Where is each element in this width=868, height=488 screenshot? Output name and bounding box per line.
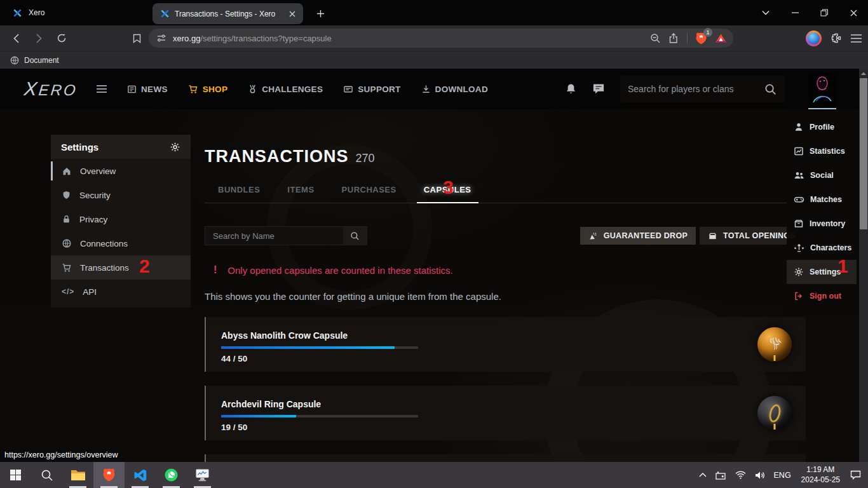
capsule-search-input[interactable] (205, 227, 343, 245)
shield-icon (62, 190, 71, 200)
brave-shield-icon[interactable]: 1 (695, 32, 707, 45)
touch-keyboard-icon[interactable] (711, 462, 731, 488)
site-settings-icon[interactable] (156, 33, 166, 43)
search-icon[interactable] (764, 83, 776, 95)
taskbar-file-explorer[interactable] (62, 462, 93, 488)
volume-icon[interactable] (750, 462, 770, 488)
tab-bundles[interactable]: BUNDLES (218, 185, 260, 194)
menu-item-inventory[interactable]: Inventory (787, 212, 857, 236)
extensions-icon[interactable] (831, 32, 842, 44)
openings-icon (708, 231, 717, 241)
window-close-button[interactable] (839, 0, 868, 25)
link-preview-status: https://xero.gg/settings/overview (0, 449, 124, 462)
sidebar-item-api[interactable]: </> API (51, 280, 191, 304)
window-restore-button[interactable] (810, 0, 839, 25)
menu-item-statistics[interactable]: Statistics (787, 139, 857, 163)
nav-item-download[interactable]: DOWNLOAD (421, 85, 488, 94)
main-nav: NEWS SHOP CHALLENGES SUPPORT DOWNLOAD (127, 84, 488, 94)
search-icon (41, 469, 53, 482)
capsule-progress-bar (221, 346, 418, 349)
forward-button[interactable] (29, 29, 48, 48)
sidebar-item-transactions[interactable]: Transactions (51, 255, 191, 280)
share-icon[interactable] (668, 33, 679, 44)
guaranteed-drop-toggle[interactable]: GUARANTEED DROP (580, 227, 696, 245)
player-search[interactable] (620, 76, 784, 102)
capsule-card[interactable]: Abyss Nanolith Crow Capsule 44 / 50 (205, 317, 806, 372)
notifications-bell-icon[interactable] (565, 83, 577, 95)
site-menu-icon[interactable] (97, 85, 107, 93)
capsule-card[interactable]: Archdevil Ring Capsule 19 / 50 (205, 386, 806, 440)
user-avatar[interactable] (808, 73, 836, 108)
site-logo[interactable]: XERO (23, 78, 79, 100)
windows-logo-icon (10, 470, 21, 480)
wifi-icon[interactable] (731, 462, 750, 488)
url-bar[interactable]: xero.gg/settings/transactions?type=capsu… (149, 29, 733, 48)
capsule-progress-bar (221, 415, 418, 417)
taskbar-system-monitor[interactable] (187, 462, 218, 488)
gear-icon[interactable] (170, 142, 180, 152)
background-tab[interactable]: Xero (13, 0, 44, 25)
taskbar-search-button[interactable] (31, 462, 62, 488)
cart-icon (188, 85, 198, 94)
whatsapp-icon (164, 468, 179, 482)
url-path: /settings/transactions?type=capsule (200, 34, 331, 43)
action-center-icon[interactable] (846, 462, 865, 488)
tab-search-chevron-icon[interactable] (751, 0, 780, 25)
nav-item-support[interactable]: SUPPORT (343, 85, 400, 94)
nav-item-challenges[interactable]: CHALLENGES (248, 84, 323, 94)
browser-menu-icon[interactable] (851, 34, 862, 43)
page-scrollbar[interactable] (859, 69, 868, 464)
background-tab-title: Xero (29, 8, 44, 17)
warning-exclamation-icon: ! (214, 264, 217, 276)
player-search-input[interactable] (628, 84, 764, 94)
taskbar-clock[interactable]: 1:19 AM2024-05-25 (796, 462, 846, 488)
sidebar-title: Settings (61, 142, 98, 152)
brave-rewards-icon[interactable] (715, 33, 727, 44)
capsule-search[interactable] (205, 226, 367, 245)
capsule-pin (774, 355, 776, 361)
taskbar-whatsapp[interactable] (156, 462, 187, 488)
url-text[interactable]: xero.gg/settings/transactions?type=capsu… (173, 34, 644, 43)
tab-purchases[interactable]: PURCHASES (342, 185, 397, 194)
scrollbar-thumb[interactable] (860, 78, 867, 229)
scroll-up-arrow-icon[interactable] (859, 69, 868, 78)
back-button[interactable] (6, 29, 25, 48)
language-indicator[interactable]: ENG (770, 462, 796, 488)
browser-toolbar: xero.gg/settings/transactions?type=capsu… (0, 25, 868, 51)
browser-profile-avatar[interactable] (806, 30, 822, 46)
tray-chevron-up-icon[interactable] (695, 462, 711, 488)
sidebar-item-privacy[interactable]: Privacy (51, 207, 191, 231)
avatar-menu-indicator (808, 108, 836, 109)
lock-icon (62, 214, 71, 224)
new-tab-button[interactable] (313, 6, 328, 21)
window-minimize-button[interactable] (780, 0, 810, 25)
gear-icon (794, 267, 804, 277)
bookmark-icon[interactable] (127, 29, 146, 48)
stats-icon (794, 146, 804, 156)
nav-item-shop[interactable]: SHOP (188, 85, 227, 94)
sidebar-item-overview[interactable]: Overview (51, 159, 191, 183)
start-button[interactable] (0, 462, 31, 488)
messages-icon[interactable] (592, 83, 605, 95)
globe-icon (10, 56, 19, 65)
taskbar-brave-browser[interactable] (93, 462, 125, 488)
active-tab[interactable]: Transactions - Settings - Xero (153, 3, 303, 24)
search-icon[interactable] (343, 227, 367, 245)
sidebar-item-security[interactable]: Security (51, 183, 191, 207)
tab-items[interactable]: ITEMS (287, 185, 314, 194)
characters-icon (794, 243, 804, 253)
bookmark-item[interactable]: Document (24, 56, 59, 65)
account-menu: Profile Statistics Social Matches Invent… (787, 110, 857, 315)
reload-button[interactable] (52, 29, 71, 48)
capsule-image-archdevil-ring (757, 396, 792, 430)
confetti-icon (588, 231, 598, 241)
zoom-out-icon[interactable] (650, 33, 661, 44)
tab-close-icon[interactable] (287, 8, 298, 20)
nav-item-news[interactable]: NEWS (127, 85, 168, 94)
taskbar-vscode[interactable] (125, 462, 156, 488)
sidebar-item-connections[interactable]: Connections (51, 231, 191, 255)
menu-item-profile[interactable]: Profile (787, 115, 857, 139)
menu-item-matches[interactable]: Matches (787, 187, 857, 212)
menu-item-sign-out[interactable]: Sign out (787, 284, 857, 308)
menu-item-social[interactable]: Social (787, 163, 857, 187)
